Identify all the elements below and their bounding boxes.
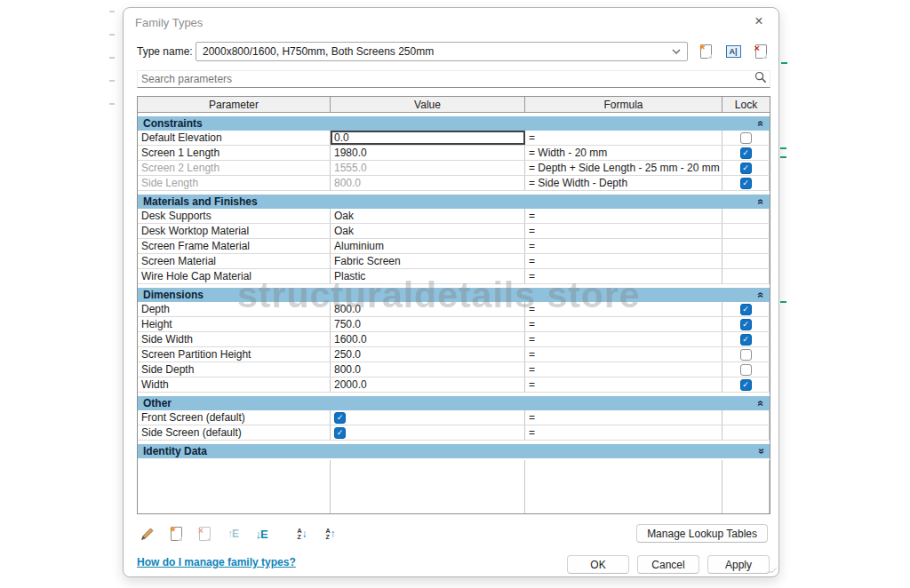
formula-cell[interactable]: = (525, 332, 722, 346)
formula-cell[interactable]: = Width - 20 mm (525, 146, 722, 160)
formula-cell[interactable]: = (525, 254, 722, 268)
formula-cell[interactable]: = (525, 239, 722, 253)
formula-cell[interactable]: = (525, 224, 722, 238)
parameter-name-cell: Desk Supports (138, 209, 331, 223)
section-header[interactable]: Dimensions« (138, 288, 770, 302)
checkbox-checked[interactable]: ✓ (740, 379, 752, 391)
type-name-combobox[interactable]: 2000x800/1600, H750mm, Both Screens 250m… (196, 42, 688, 61)
value-cell[interactable]: Oak (331, 209, 525, 223)
formula-cell[interactable]: = (525, 131, 722, 145)
checkbox-checked[interactable]: ✓ (740, 163, 752, 174)
move-up-icon[interactable]: ↑E (224, 525, 242, 543)
parameter-table-body: Constraints«Default Elevation0.0=Screen … (138, 113, 770, 513)
new-type-icon[interactable]: * (696, 42, 715, 61)
empty-cell (525, 460, 722, 513)
new-parameter-icon[interactable]: * (167, 525, 185, 543)
formula-cell[interactable]: = (525, 209, 722, 223)
rename-type-icon[interactable]: A| (723, 42, 743, 61)
parameter-table-header: Parameter Value Formula Lock (138, 97, 770, 113)
value-cell[interactable]: ✓ (331, 410, 525, 425)
parameter-name-cell: Screen 2 Length (138, 161, 331, 175)
value-cell[interactable]: ✓ (331, 425, 525, 440)
edit-parameter-icon[interactable] (139, 525, 156, 543)
checkbox-unchecked[interactable] (740, 364, 752, 376)
lock-cell (722, 209, 770, 223)
parameter-table: Parameter Value Formula Lock Constraints… (137, 96, 770, 514)
section-header[interactable]: Other« (138, 396, 770, 410)
close-icon[interactable]: × (750, 12, 768, 30)
formula-cell[interactable]: = (525, 302, 722, 316)
expand-chevron-icon[interactable]: « (757, 449, 766, 455)
checkbox-checked[interactable]: ✓ (740, 334, 752, 346)
formula-cell[interactable]: = Side Width - Depth (525, 176, 722, 190)
collapse-chevron-icon[interactable]: « (757, 121, 766, 127)
parameter-name-cell: Screen Material (138, 254, 331, 268)
value-cell[interactable]: 2000.0 (331, 377, 525, 392)
value-cell[interactable]: 250.0 (331, 347, 525, 362)
value-cell[interactable]: 800.0 (331, 302, 525, 316)
lock-cell (722, 425, 770, 440)
collapse-chevron-icon[interactable]: « (757, 401, 766, 407)
value-cell[interactable]: 800.0 (331, 362, 525, 377)
value-cell[interactable]: 0.0 (331, 131, 525, 145)
value-cell[interactable]: 1555.0 (331, 161, 525, 175)
ok-button[interactable]: OK (567, 555, 629, 574)
formula-cell[interactable]: = (525, 377, 722, 392)
parameter-row: Front Screen (default)✓= (138, 410, 770, 425)
parameter-row: Width2000.0=✓ (138, 377, 770, 393)
formula-cell[interactable]: = (525, 269, 722, 283)
checkbox-checked[interactable]: ✓ (334, 427, 346, 439)
formula-cell[interactable]: = (525, 362, 722, 377)
checkbox-checked[interactable]: ✓ (334, 412, 346, 424)
checkbox-unchecked[interactable] (740, 349, 752, 361)
cancel-button[interactable]: Cancel (637, 555, 699, 574)
value-cell[interactable]: 1600.0 (331, 332, 525, 346)
collapse-chevron-icon[interactable]: « (757, 199, 766, 205)
parameter-row: Height750.0=✓ (138, 317, 770, 332)
section-header[interactable]: Identity Data« (138, 444, 770, 458)
sort-ascending-icon[interactable]: AZ ↓ (293, 525, 311, 543)
delete-type-icon[interactable]: × (751, 42, 770, 61)
value-cell[interactable]: Fabric Screen (331, 254, 525, 268)
value-cell[interactable]: 750.0 (331, 317, 525, 331)
empty-table-area (138, 460, 770, 513)
value-cell[interactable]: 800.0 (331, 176, 525, 190)
help-link[interactable]: How do I manage family types? (137, 556, 296, 568)
apply-button[interactable]: Apply (707, 555, 770, 574)
empty-cell (722, 460, 770, 513)
checkbox-checked[interactable]: ✓ (740, 178, 752, 189)
section-header[interactable]: Materials and Finishes« (138, 195, 770, 209)
section-identity-data: Identity Data« (138, 444, 770, 458)
value-cell[interactable]: 1980.0 (331, 146, 525, 160)
value-cell[interactable]: Aluminium (331, 239, 525, 253)
checkbox-unchecked[interactable] (740, 132, 752, 144)
section-header[interactable]: Constraints« (138, 116, 770, 131)
lock-cell: ✓ (722, 332, 770, 346)
value-cell[interactable]: Plastic (331, 269, 525, 283)
formula-cell[interactable]: = (525, 347, 722, 362)
formula-cell[interactable]: = (525, 425, 722, 440)
move-down-icon[interactable]: ↓E (252, 525, 270, 543)
collapse-chevron-icon[interactable]: « (757, 292, 766, 298)
background-tick-green (781, 62, 787, 64)
lock-cell (722, 131, 770, 145)
formula-cell[interactable]: = Depth + Side Length - 25 mm - 20 mm (525, 161, 722, 175)
checkbox-checked[interactable]: ✓ (740, 147, 752, 159)
parameter-toolbar: * × ↑E ↓E AZ ↓ AZ ↑ (139, 523, 339, 544)
sort-descending-icon[interactable]: AZ ↑ (322, 525, 339, 543)
type-name-label: Type name: (137, 45, 196, 58)
parameter-row: Screen 2 Length1555.0= Depth + Side Leng… (138, 161, 770, 176)
dialog-title: Family Types (135, 16, 203, 29)
formula-cell[interactable]: = (525, 410, 722, 425)
parameter-row: Wire Hole Cap MaterialPlastic= (138, 269, 770, 284)
formula-cell[interactable]: = (525, 317, 722, 331)
manage-lookup-tables-button[interactable]: Manage Lookup Tables (636, 524, 768, 543)
delete-parameter-icon[interactable]: × (196, 525, 213, 543)
parameter-row: Side Screen (default)✓= (138, 425, 770, 441)
section-name: Dimensions (143, 289, 204, 301)
parameter-name-cell: Screen 1 Length (138, 146, 331, 160)
search-input[interactable] (138, 73, 754, 85)
checkbox-checked[interactable]: ✓ (740, 319, 752, 330)
value-cell[interactable]: Oak (331, 224, 525, 238)
checkbox-checked[interactable]: ✓ (740, 304, 752, 315)
